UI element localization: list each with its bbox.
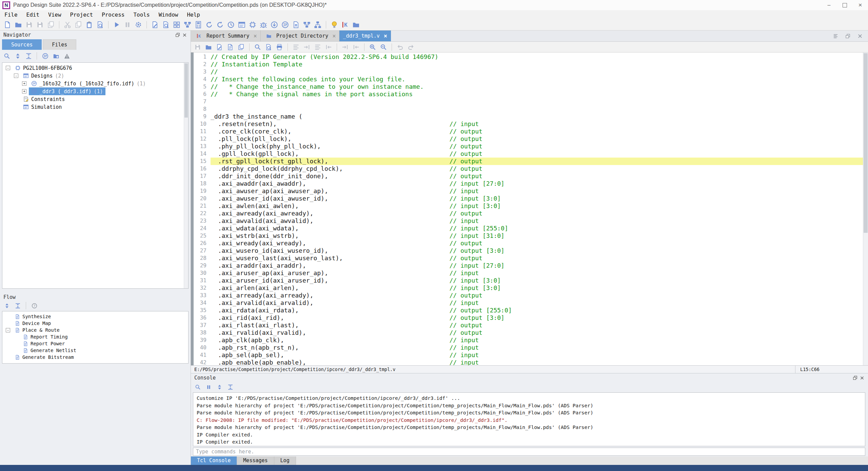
move-updown-icon[interactable]	[215, 382, 224, 392]
close-icon[interactable]: ×	[384, 33, 387, 39]
redo-icon[interactable]	[406, 42, 416, 52]
collapse-icon[interactable]: -	[6, 66, 10, 70]
collapse-icon[interactable]: -	[6, 328, 10, 332]
tree-item-report-timing[interactable]: Report Timing	[2, 333, 188, 340]
open-file-icon[interactable]	[204, 42, 213, 52]
code-line-41[interactable]: 41 .apb_sel(apb_sel),// input	[194, 351, 863, 359]
code-line-3[interactable]: 3//	[194, 68, 863, 76]
tree-item-place-route[interactable]: -Place & Route	[2, 327, 188, 333]
open-project-icon[interactable]	[14, 20, 23, 29]
code-line-7[interactable]: 7	[194, 98, 863, 105]
run-synthesis-icon[interactable]	[204, 20, 214, 29]
collapse-icon[interactable]: -	[14, 74, 18, 78]
menu-help[interactable]: Help	[182, 10, 204, 19]
tree-item-pg2l100h-6fbg676[interactable]: -PG2L100H-6FBG676	[2, 64, 188, 72]
shift-left-icon[interactable]	[351, 42, 361, 52]
tree-item-report-power[interactable]: Report Power	[2, 340, 188, 347]
collapse-all-icon[interactable]	[225, 382, 235, 392]
timing-analysis-icon[interactable]	[226, 20, 236, 29]
tree-item-simulation[interactable]: Simulation	[2, 103, 188, 111]
compare-files-icon[interactable]	[236, 42, 246, 52]
code-line-28[interactable]: 28 .axi_wusero_last(axi_wusero_last),// …	[194, 254, 863, 262]
window-menu-icon[interactable]	[831, 31, 840, 41]
zoom-in-icon[interactable]	[368, 42, 377, 52]
pause-process-icon[interactable]	[123, 20, 132, 29]
menu-file[interactable]: File	[0, 10, 22, 19]
flow-diagram-icon[interactable]	[313, 20, 322, 29]
print-icon[interactable]	[275, 42, 284, 52]
code-line-9[interactable]: 9_ddr3 the_instance_name (	[194, 113, 863, 120]
code-line-40[interactable]: 40 .apb_rst_n(apb_rst_n),// input	[194, 344, 863, 351]
code-line-17[interactable]: 17 .ddr_init_done(ddr_init_done),// outp…	[194, 172, 863, 180]
add-ip-icon[interactable]	[40, 51, 50, 61]
scrollbar-thumb[interactable]	[184, 63, 188, 118]
align-center-icon[interactable]	[313, 42, 322, 52]
menu-project[interactable]: Project	[66, 10, 97, 19]
code-line-36[interactable]: 36 .axi_rid(axi_rid),// output [3:0]	[194, 314, 863, 322]
code-line-25[interactable]: 25 .axi_wstrb(axi_wstrb),// input [31:0]	[194, 232, 863, 240]
code-line-6[interactable]: 6// * Change the signal names in the por…	[194, 90, 863, 98]
code-line-16[interactable]: 16 .ddrphy_cpd_lock(ddrphy_cpd_lock),// …	[194, 165, 863, 172]
move-updown-icon[interactable]	[13, 51, 22, 61]
find-in-project-icon[interactable]	[95, 20, 105, 29]
report-summary-icon[interactable]	[340, 20, 350, 29]
code-line-34[interactable]: 34 .axi_arvalid(axi_arvalid),// input	[194, 299, 863, 307]
code-line-37[interactable]: 37 .axi_rlast(axi_rlast),// output	[194, 322, 863, 329]
report-window-icon[interactable]	[237, 20, 246, 29]
code-line-12[interactable]: 12 .pll_lock(pll_lock),// output	[194, 135, 863, 143]
copy-icon[interactable]	[74, 20, 83, 29]
code-line-42[interactable]: 42 .apb_enable(apb_enable),// input	[194, 359, 863, 365]
align-block-icon[interactable]	[291, 42, 301, 52]
expand-icon[interactable]: +	[22, 81, 26, 86]
tree-item-generate-bitstream[interactable]: Generate Bitstream	[2, 354, 188, 361]
navigator-scrollbar[interactable]	[184, 63, 188, 288]
tree-item-generate-netlist[interactable]: Generate Netlist	[2, 347, 188, 354]
tree-item-synthesize[interactable]: Synthesize	[2, 313, 188, 320]
show-warnings-icon[interactable]	[62, 51, 72, 61]
editor-scrollbar[interactable]	[863, 53, 868, 365]
code-line-31[interactable]: 31 .axi_aruser_id(axi_aruser_id),// inpu…	[194, 277, 863, 284]
shift-right-icon[interactable]	[340, 42, 350, 52]
scrollbar-thumb[interactable]	[864, 53, 868, 233]
save-icon[interactable]	[24, 20, 34, 29]
netlist-editor-icon[interactable]	[291, 20, 301, 29]
tab-messages[interactable]: Messages	[237, 456, 274, 465]
ip-compiler-icon[interactable]	[280, 20, 290, 29]
code-line-26[interactable]: 26 .axi_wready(axi_wready),// output	[194, 240, 863, 247]
code-line-35[interactable]: 35 .axi_rdata(axi_rdata),// output [255:…	[194, 307, 863, 314]
pause-output-icon[interactable]	[204, 382, 213, 392]
rerun-compile-icon[interactable]	[215, 20, 225, 29]
code-line-30[interactable]: 30 .axi_aruser_ap(axi_aruser_ap),// inpu…	[194, 269, 863, 277]
code-line-39[interactable]: 39 .apb_clk(apb_clk),// input	[194, 336, 863, 344]
new-file-icon[interactable]	[3, 20, 12, 29]
close-button[interactable]: ×	[852, 0, 868, 10]
code-line-4[interactable]: 4// Insert the following codes into your…	[194, 76, 863, 83]
tree-item-designs[interactable]: -Designs(2)	[2, 72, 188, 80]
flow-tree[interactable]: SynthesizeDevice Map-Place & RouteReport…	[2, 311, 189, 364]
tree-item-ddr3-ddr3-idf[interactable]: +_ddr3 (_ddr3.idf)(1)	[2, 87, 188, 95]
code-line-20[interactable]: 20 .axi_awuser_id(axi_awuser_id),// inpu…	[194, 195, 863, 202]
code-line-19[interactable]: 19 .axi_awuser_ap(axi_awuser_ap),// inpu…	[194, 187, 863, 195]
code-line-14[interactable]: 14 .gpll_lock(gpll_lock),// output	[194, 150, 863, 158]
menu-window[interactable]: Window	[154, 10, 183, 19]
project-directory-icon[interactable]	[351, 20, 361, 29]
close-icon[interactable]: ×	[332, 33, 336, 39]
sources-tree[interactable]: -PG2L100H-6FBG676-Designs(2)+_16to32_fif…	[2, 62, 189, 289]
close-panel-icon[interactable]	[859, 375, 865, 381]
download-bitstream-icon[interactable]	[270, 20, 279, 29]
collapse-all-icon[interactable]	[24, 51, 33, 61]
code-line-29[interactable]: 29 .axi_araddr(axi_araddr),// input [27:…	[194, 262, 863, 269]
move-updown-icon[interactable]	[2, 301, 12, 310]
find-replace-icon[interactable]	[264, 42, 273, 52]
close-panel-icon[interactable]	[855, 31, 865, 41]
close-panel-icon[interactable]	[181, 32, 188, 38]
maximize-button[interactable]	[837, 0, 852, 10]
tab-sources[interactable]: Sources	[2, 39, 42, 50]
menu-process[interactable]: Process	[97, 10, 129, 19]
view-report-icon[interactable]	[161, 20, 171, 29]
menu-tools[interactable]: Tools	[129, 10, 154, 19]
code-line-32[interactable]: 32 .axi_arlen(axi_arlen),// input [3:0]	[194, 284, 863, 292]
command-input[interactable]	[193, 448, 865, 456]
menu-edit[interactable]: Edit	[22, 10, 44, 19]
code-line-22[interactable]: 22 .axi_awready(axi_awready),// output	[194, 210, 863, 217]
